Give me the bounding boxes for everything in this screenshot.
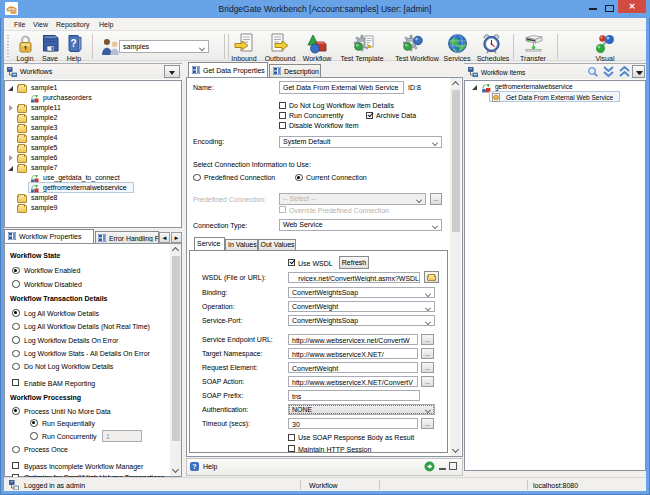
svg-text:?: ? bbox=[71, 38, 77, 49]
